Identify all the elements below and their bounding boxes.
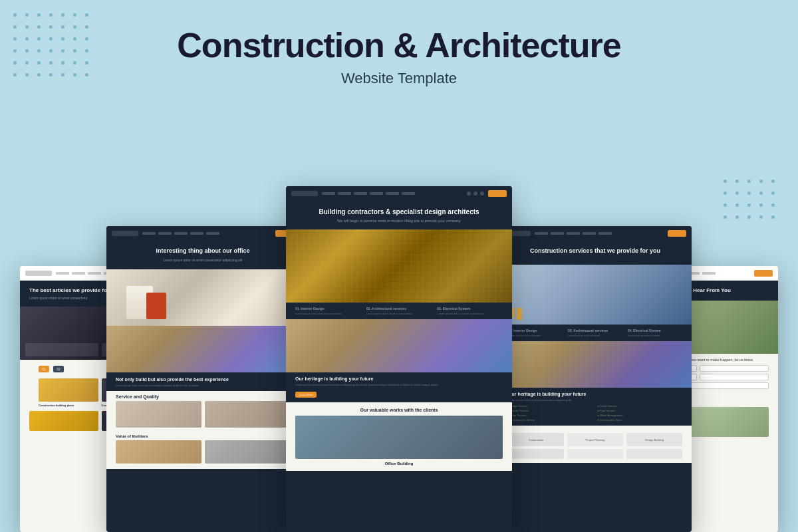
page-num-2[interactable]: 02 xyxy=(53,366,64,372)
works-image xyxy=(295,416,503,459)
value-section: Value of Builders xyxy=(106,431,299,469)
template-card-center: Building contractors & specialist design… xyxy=(286,186,512,532)
services-boxes-row-2 xyxy=(508,449,682,459)
nav-logo xyxy=(25,271,52,276)
services-hero-title: Construction services that we provide fo… xyxy=(508,247,682,255)
card-nav xyxy=(106,226,299,241)
service-1-label: 02. Interior Design xyxy=(508,329,563,332)
value-image-1 xyxy=(116,440,201,464)
card-nav xyxy=(286,186,512,201)
service-quality-title: Service and Quality xyxy=(116,394,290,399)
nav-cta-button[interactable] xyxy=(754,270,773,277)
nav-logo xyxy=(112,231,138,236)
service-box-planning: Project Planning xyxy=(567,433,623,446)
heritage-title: Our heritage is building your future xyxy=(508,392,682,396)
build-section: Not only build but also provide the best… xyxy=(106,372,299,391)
works-section: Our valuable works with the clients Offi… xyxy=(286,402,512,471)
service-electrical: 03. Electrical System Lorem ipsum dolor … xyxy=(437,307,503,315)
nav-cta-button[interactable] xyxy=(668,230,686,237)
phone-field[interactable] xyxy=(700,374,769,380)
heritage-section: Our heritage is building your future Lor… xyxy=(499,388,692,426)
article-item-1: Construction building plans xyxy=(39,378,98,407)
card-hero-section: Construction services that we provide fo… xyxy=(499,241,692,265)
heritage-text: Lorem ipsum dolor sit amet consectetur a… xyxy=(295,383,503,386)
value-images-row xyxy=(116,440,290,464)
build-text: Lorem ipsum dolor sit amet consectetur a… xyxy=(116,384,290,387)
service-interior: 01. Interior Design Lorem ipsum dolor si… xyxy=(295,307,361,315)
building-image xyxy=(106,326,299,372)
page-title: Construction & Architecture xyxy=(0,27,798,65)
service-quality-section: Service and Quality xyxy=(106,391,299,431)
service-3-label: 04. Electrical System xyxy=(628,329,682,332)
nav-links xyxy=(142,232,271,235)
services-row: 02. Interior Design Lorem ipsum dolor si… xyxy=(499,325,692,341)
service-box-design: Design Building xyxy=(626,433,682,446)
works-title: Our valuable works with the clients xyxy=(295,408,503,412)
page-num-1[interactable]: 01 xyxy=(39,366,49,372)
service-3: 04. Electrical System Lorem ipsum dolor … xyxy=(628,329,682,337)
hero-title: Building contractors & specialist design… xyxy=(295,207,503,216)
article-image-1 xyxy=(39,378,98,402)
value-image-2 xyxy=(205,440,291,464)
construction-image xyxy=(499,265,692,325)
services-boxes-row: Construction Project Planning Design Bui… xyxy=(508,433,682,446)
services-detail-section: Construction Project Planning Design Bui… xyxy=(499,426,692,463)
heritage-section: Our heritage is building your future Lor… xyxy=(286,372,512,402)
building-image-2 xyxy=(499,341,692,388)
nav-logo xyxy=(291,191,318,196)
heritage-text: Lorem ipsum dolor sit amet consectetur a… xyxy=(508,398,682,402)
works-label: Office Building xyxy=(295,462,503,466)
templates-showcase: The best articles we provide for you Lor… xyxy=(33,146,765,532)
heritage-btn[interactable]: Learn More xyxy=(295,392,317,398)
hero-text: We will begin to become more in modern l… xyxy=(295,219,503,223)
page-header: Construction & Architecture Website Temp… xyxy=(0,0,798,94)
worker-image xyxy=(106,269,299,326)
card-section-text: Lorem ipsum dolor sit amet consectetur a… xyxy=(116,258,290,263)
value-title: Value of Builders xyxy=(116,434,290,438)
nav-links xyxy=(535,232,664,235)
template-card-right-1: Construction services that we provide fo… xyxy=(499,226,692,532)
service-images-row xyxy=(116,401,290,428)
service-2-label: 02. Architectural services xyxy=(366,307,432,311)
service-1-label: 01. Interior Design xyxy=(295,307,361,311)
nav-icons xyxy=(467,192,484,196)
service-2-label: 03. Architectural services xyxy=(568,329,622,332)
card-nav xyxy=(499,226,692,241)
card-hero-section: Building contractors & specialist design… xyxy=(286,201,512,229)
heritage-checklist: ▸ Bridge Service ▸ Roader Service ▸ Sola… xyxy=(508,404,682,422)
building-image xyxy=(286,319,512,372)
template-card-left-1: Interesting thing about our office Lorem… xyxy=(106,226,299,532)
last-name-field[interactable] xyxy=(700,365,769,372)
nav-cta-button[interactable] xyxy=(488,190,507,197)
service-image-2 xyxy=(205,401,291,428)
heritage-title: Our heritage is building your future xyxy=(295,376,503,381)
service-2: 03. Architectural services Lorem ipsum d… xyxy=(568,329,622,337)
card-hero-section: Interesting thing about our office Lorem… xyxy=(106,241,299,269)
page-subtitle: Website Template xyxy=(0,70,798,87)
card-section-title: Interesting thing about our office xyxy=(116,247,290,255)
service-architectural: 02. Architectural services Lorem ipsum d… xyxy=(366,307,432,315)
service-1: 02. Interior Design Lorem ipsum dolor si… xyxy=(508,329,563,337)
service-box-construction: Construction xyxy=(508,433,564,446)
blueprint-image xyxy=(286,229,512,303)
nav-links xyxy=(322,192,463,195)
article-title-1: Construction building plans xyxy=(39,404,98,407)
service-3-label: 03. Electrical System xyxy=(437,307,503,311)
services-row: 01. Interior Design Lorem ipsum dolor si… xyxy=(286,303,512,319)
service-image-1 xyxy=(116,401,201,428)
build-title: Not only build but also provide the best… xyxy=(116,376,290,382)
